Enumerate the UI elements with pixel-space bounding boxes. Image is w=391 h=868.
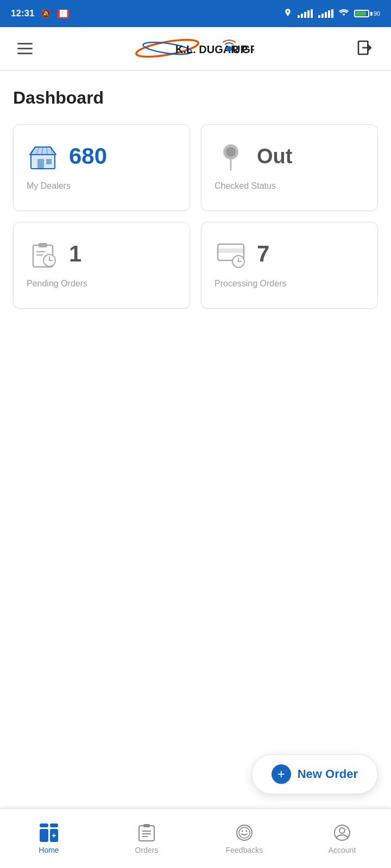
- svg-rect-8: [37, 159, 44, 169]
- orders-nav-label: Orders: [135, 846, 159, 854]
- home-nav-label: Home: [39, 846, 59, 854]
- main-content: Dashboard: [0, 71, 391, 743]
- status-icons: 90: [283, 8, 380, 19]
- logout-button[interactable]: [352, 35, 378, 63]
- svg-point-35: [239, 827, 250, 838]
- processing-orders-card[interactable]: 7 Processing Orders: [201, 222, 378, 309]
- processing-count: 7: [257, 241, 269, 267]
- hamburger-menu[interactable]: [13, 39, 37, 59]
- location-icon: [283, 8, 292, 19]
- plus-icon: +: [272, 764, 291, 784]
- feedbacks-nav-label: Feedbacks: [226, 846, 263, 854]
- wifi-icon: [339, 9, 349, 18]
- dealers-count: 680: [69, 143, 107, 169]
- home-icon: +: [39, 823, 59, 843]
- svg-rect-25: [218, 248, 244, 253]
- pending-orders-card[interactable]: 1 Pending Orders: [13, 222, 190, 309]
- svg-point-39: [339, 828, 345, 833]
- checked-status-value: Out: [257, 145, 292, 168]
- processing-label: Processing Orders: [215, 279, 364, 289]
- svg-point-36: [242, 830, 243, 832]
- checked-status-card[interactable]: Out Checked Status: [201, 124, 378, 211]
- status-time: 12:31: [11, 8, 34, 19]
- feedbacks-icon: [235, 823, 254, 843]
- checked-status-label: Checked Status: [215, 181, 364, 191]
- svg-point-3: [226, 46, 232, 52]
- pending-count: 1: [69, 241, 81, 267]
- pin-icon: [215, 140, 247, 173]
- dashboard-cards: 680 My Dealers Out Checked Status: [13, 124, 378, 309]
- account-icon: [332, 823, 352, 843]
- my-dealers-card[interactable]: 680 My Dealers: [13, 124, 190, 211]
- battery-icon: 90: [354, 10, 380, 17]
- account-nav-label: Account: [329, 846, 356, 854]
- page-title: Dashboard: [13, 88, 378, 108]
- pending-label: Pending Orders: [27, 279, 176, 289]
- new-order-label: New Order: [298, 767, 358, 781]
- clipboard-clock-icon: [27, 238, 59, 270]
- status-bar: 12:31 🔕 🅿 90: [0, 0, 391, 27]
- logo: K.L. DUGAR GR UP: [135, 34, 254, 63]
- svg-text:UP: UP: [232, 43, 248, 55]
- app-header: K.L. DUGAR GR UP: [0, 27, 391, 71]
- nav-orders[interactable]: Orders: [98, 819, 195, 859]
- signal-icon-2: [318, 9, 333, 18]
- nav-feedbacks[interactable]: Feedbacks: [195, 819, 293, 859]
- new-order-button[interactable]: + New Order: [251, 754, 378, 794]
- svg-rect-9: [46, 159, 52, 164]
- svg-point-16: [226, 147, 236, 157]
- nav-home[interactable]: + Home: [0, 819, 98, 859]
- svg-rect-18: [39, 243, 47, 247]
- card-clock-icon: [215, 238, 247, 270]
- signal-icon: [298, 9, 313, 18]
- new-order-container: + New Order: [0, 743, 391, 816]
- notification-mute-icon: 🔕: [41, 9, 51, 18]
- orders-icon: [137, 823, 156, 843]
- svg-point-37: [246, 830, 248, 832]
- svg-rect-30: [143, 824, 150, 827]
- app-icon: 🅿: [58, 9, 69, 18]
- bottom-nav: + Home Orders Feedbacks: [0, 808, 391, 868]
- store-icon: [27, 140, 59, 173]
- dealers-label: My Dealers: [27, 181, 176, 191]
- nav-account[interactable]: Account: [293, 819, 391, 859]
